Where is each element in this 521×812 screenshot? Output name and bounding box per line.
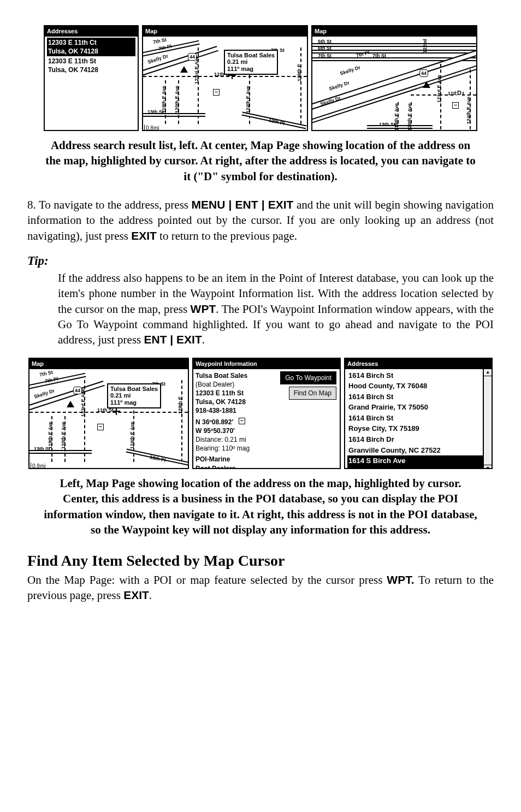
highway-shield: 44 bbox=[419, 69, 428, 77]
figure-caption-2: Left, Map Page showing location of the a… bbox=[44, 476, 477, 537]
street-label: 124th E Ave bbox=[245, 86, 251, 113]
position-arrow-icon bbox=[67, 401, 74, 407]
map-area[interactable]: 7th St 7th Pl Skelly Dr 7th St 11th St 1… bbox=[143, 37, 307, 131]
street-label: 7th St bbox=[372, 52, 386, 59]
waypoint-info-panel: Waypoint Information Tulsa Boat Sales (B… bbox=[192, 358, 341, 469]
map-panel-right: Map 5th St 6th St 7th St 7th St 7th Pl S… bbox=[311, 25, 477, 131]
address-list[interactable]: ▴ ▾ 1614 Birch St Hood County, TX 76048 … bbox=[345, 369, 492, 469]
map-area[interactable]: 5th St 6th St 7th St 7th St 7th Pl Skell… bbox=[312, 37, 476, 131]
wp-phone: 918-438-1881 bbox=[196, 406, 338, 415]
street-label: 120th E Ave bbox=[174, 86, 180, 113]
street-label: 122nd bbox=[422, 39, 428, 53]
text: to return to the previous page. bbox=[157, 229, 297, 242]
text: On the Map Page: with a POI or map featu… bbox=[27, 573, 387, 586]
poi-icon bbox=[452, 102, 459, 109]
address-list[interactable]: 12303 E 11th Ct Tulsa, OK 74128 12303 E … bbox=[45, 37, 138, 131]
street-label: 123rd E Ave bbox=[436, 75, 442, 103]
road-129th bbox=[181, 380, 182, 462]
street-label: 119th E Ave bbox=[161, 86, 167, 113]
poi-icon bbox=[97, 424, 104, 430]
address-item[interactable]: Royse City, TX 75189 bbox=[347, 423, 489, 434]
map-cursor-icon bbox=[113, 407, 120, 415]
address-line: 12303 E 11th St bbox=[48, 57, 134, 66]
road bbox=[311, 43, 477, 47]
street-label: Skelly Dr bbox=[328, 79, 350, 92]
find-on-map-button[interactable]: Find On Map bbox=[289, 387, 336, 400]
go-to-waypoint-button[interactable]: Go To Waypoint bbox=[280, 371, 336, 384]
map-scale: 0.8mi bbox=[31, 463, 46, 469]
road-11th-st bbox=[411, 94, 476, 96]
wp-distance: Distance: 0.21 mi bbox=[196, 435, 338, 444]
street-label: 119th E Ave bbox=[47, 422, 54, 449]
kbd-wpt: WPT bbox=[191, 303, 216, 315]
poi-callout: Tulsa Boat Sales 0.21 mi 111º mag bbox=[107, 383, 161, 408]
map-panel-center: Map 7th St 7th Pl Skelly Dr 7th St 11th … bbox=[142, 25, 308, 131]
poi-icon bbox=[213, 89, 220, 96]
street-label: 6th St bbox=[318, 45, 331, 51]
section-heading: Find Any Item Selected by Map Cursor bbox=[27, 550, 494, 571]
panel-header-map: Map bbox=[143, 26, 307, 37]
addresses-panel: Addresses 12303 E 11th Ct Tulsa, OK 7412… bbox=[44, 25, 139, 131]
waypoint-info-body: Tulsa Boat Sales (Boat Dealer) 12303 E 1… bbox=[193, 369, 340, 469]
panel-header-addresses: Addresses bbox=[345, 359, 492, 369]
street-label: Skelly Dr bbox=[339, 64, 361, 76]
address-line: 12303 E 11th Ct bbox=[48, 38, 134, 47]
address-line: Tulsa, OK 74128 bbox=[48, 47, 134, 56]
figure-row-1: Addresses 12303 E 11th Ct Tulsa, OK 7412… bbox=[27, 25, 494, 131]
address-item[interactable]: 1614 Birch Dr bbox=[347, 434, 489, 445]
address-item[interactable]: Grand Prairie, TX 75050 bbox=[347, 402, 489, 413]
street-label: 119th E Ave bbox=[393, 103, 400, 131]
addresses-panel-2: Addresses ▴ ▾ 1614 Birch St Hood County,… bbox=[344, 358, 493, 469]
text: 8. To navigate to the address, press bbox=[27, 198, 192, 211]
address-item[interactable]: 1614 Birch St bbox=[347, 413, 489, 424]
address-item-selected[interactable]: 12303 E 11th Ct Tulsa, OK 74128 bbox=[47, 38, 135, 56]
callout-title: Tulsa Boat Sales bbox=[227, 52, 275, 59]
highway-shield: 44 bbox=[73, 387, 82, 394]
address-item[interactable]: Granville County, NC 27522 bbox=[347, 445, 489, 456]
address-item-selected[interactable]: 1614 S Birch Ave bbox=[347, 455, 489, 466]
street-label: 120th E Ave bbox=[60, 422, 67, 449]
address-item[interactable]: 1614 Birch St bbox=[347, 392, 489, 402]
scroll-up-icon[interactable]: ▴ bbox=[484, 369, 492, 376]
address-item-selected[interactable]: Broken Arrow, OK 74012 bbox=[347, 466, 489, 469]
kbd-wpt: WPT. bbox=[387, 573, 414, 586]
position-arrow-icon bbox=[180, 66, 188, 73]
scroll-down-icon[interactable]: ▾ bbox=[484, 465, 492, 469]
address-item[interactable]: 1614 Birch St bbox=[347, 370, 489, 381]
kbd-exit: EXIT bbox=[131, 229, 157, 242]
tip-heading: Tip: bbox=[27, 252, 494, 269]
panel-header-map: Map bbox=[312, 26, 476, 37]
street-label: 13th Pl bbox=[268, 117, 285, 127]
street-label: 7th St bbox=[318, 52, 331, 59]
wp-category: Boat Dealers bbox=[196, 464, 338, 469]
step-8-paragraph: 8. To navigate to the address, press MEN… bbox=[27, 197, 494, 244]
wp-category: POI-Marine bbox=[196, 455, 338, 464]
kbd-ent-exit: ENT | EXIT bbox=[144, 333, 202, 346]
figure-caption-1: Address search result list, left. At cen… bbox=[44, 138, 477, 184]
section-paragraph: On the Map Page: with a POI or map featu… bbox=[27, 572, 494, 603]
highway-shield: 44 bbox=[188, 53, 197, 61]
address-line: Tulsa, OK 74128 bbox=[48, 66, 134, 74]
callout-title: Tulsa Boat Sales bbox=[110, 386, 158, 393]
position-arrow-icon bbox=[423, 81, 430, 88]
map-scale: 0.8mi bbox=[144, 125, 160, 131]
destination-d-icon: D bbox=[457, 89, 462, 97]
panel-header-waypoint: Waypoint Information bbox=[193, 359, 340, 369]
street-label: 129th E bbox=[177, 396, 183, 414]
address-item[interactable]: Hood County, TX 76048 bbox=[347, 381, 489, 392]
panel-header-map: Map bbox=[29, 359, 188, 369]
scrollbar[interactable]: ▴ ▾ bbox=[483, 369, 492, 469]
street-label: 5th St bbox=[318, 38, 331, 45]
street-label: Skelly Dr bbox=[319, 94, 341, 107]
text: . bbox=[149, 589, 152, 602]
street-label: 129th E bbox=[296, 64, 303, 81]
figure-row-2: Map 7th St 7th Pl Skelly Dr 7th St 11th … bbox=[27, 358, 494, 469]
text: . bbox=[202, 333, 205, 346]
poi-callout: Tulsa Boat Sales 0.21 mi 111º mag bbox=[224, 50, 278, 75]
address-item[interactable]: 12303 E 11th St Tulsa, OK 74128 bbox=[47, 56, 135, 75]
map-panel-left-2: Map 7th St 7th Pl Skelly Dr 7th St 11th … bbox=[28, 358, 189, 469]
kbd-menu-ent-exit: MENU | ENT | EXIT bbox=[192, 198, 294, 211]
wp-bearing: Bearing: 110º mag bbox=[196, 444, 338, 453]
street-label: 120th E Ave bbox=[406, 103, 413, 131]
map-area[interactable]: 7th St 7th Pl Skelly Dr 7th St 11th St 1… bbox=[29, 369, 188, 469]
